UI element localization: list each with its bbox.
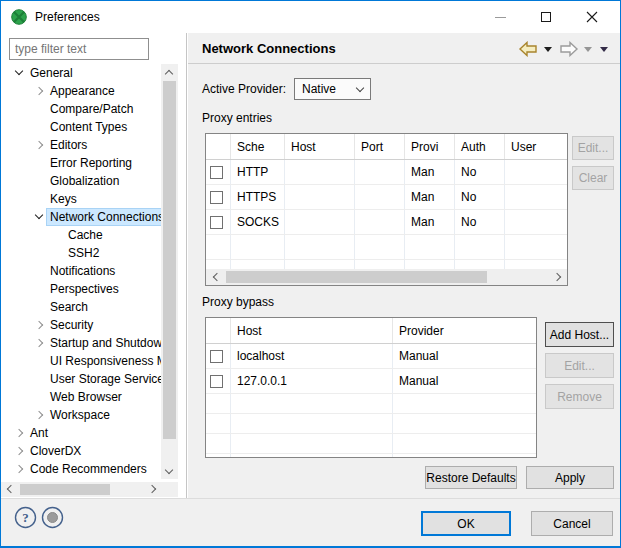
tree-hscroll-thumb[interactable] — [20, 484, 110, 495]
preferences-dialog: Preferences General Appearance Compare/P… — [0, 0, 621, 548]
chevron-right-icon[interactable] — [14, 427, 27, 439]
tree-vscroll-thumb[interactable] — [163, 81, 176, 439]
add-host-button[interactable]: Add Host... — [545, 322, 614, 347]
back-arrow-icon[interactable] — [518, 41, 538, 57]
table-row-socks[interactable]: SOCKS Man No — [206, 210, 567, 235]
scroll-left-icon[interactable] — [4, 484, 14, 494]
checkbox[interactable] — [210, 191, 223, 204]
sidebar-item-security[interactable]: Security — [1, 316, 161, 334]
sidebar-item-code-recommenders[interactable]: Code Recommenders — [1, 460, 161, 478]
column-provider: Provi — [405, 134, 455, 159]
column-host: Host — [285, 134, 355, 159]
page-header: Network Connections — [188, 33, 621, 64]
column-port: Port — [355, 134, 405, 159]
checkbox[interactable] — [210, 166, 223, 179]
sidebar-item-error-reporting[interactable]: Error Reporting — [1, 154, 161, 172]
sidebar-item-content-types[interactable]: Content Types — [1, 118, 161, 136]
sidebar-item-cloverdx[interactable]: CloverDX — [1, 442, 161, 460]
scroll-down-icon[interactable] — [164, 466, 174, 476]
scroll-right-icon[interactable] — [148, 484, 158, 494]
title-bar: Preferences — [1, 1, 620, 33]
preferences-tree: General Appearance Compare/Patch Content… — [1, 64, 161, 478]
checkbox[interactable] — [210, 375, 223, 388]
proxy-entries-hscroll-thumb[interactable] — [226, 271, 487, 283]
page-title: Network Connections — [202, 33, 336, 64]
scroll-right-icon[interactable] — [553, 272, 563, 282]
sidebar-item-compare-patch[interactable]: Compare/Patch — [1, 100, 161, 118]
proxy-entries-table: Sche Host Port Provi Auth User HTTP Man … — [205, 133, 568, 286]
chevron-right-icon[interactable] — [14, 463, 27, 475]
tree-vertical-scrollbar[interactable] — [161, 64, 178, 479]
record-icon[interactable] — [41, 506, 64, 529]
table-row-127001[interactable]: 127.0.0.1 Manual — [206, 369, 536, 394]
proxy-bypass-header: Host Provider — [206, 318, 536, 344]
sidebar-item-user-storage-service[interactable]: User Storage Service — [1, 370, 161, 388]
table-row-http[interactable]: HTTP Man No — [206, 160, 567, 185]
sidebar-item-notifications[interactable]: Notifications — [1, 262, 161, 280]
chevron-right-icon[interactable] — [34, 337, 47, 349]
table-row-localhost[interactable]: localhost Manual — [206, 344, 536, 369]
chevron-right-icon[interactable] — [14, 445, 27, 457]
proxy-entries-label: Proxy entries — [202, 111, 272, 126]
ok-button[interactable]: OK — [421, 511, 511, 536]
sidebar-item-ant[interactable]: Ant — [1, 424, 161, 442]
preferences-app-icon — [11, 9, 27, 25]
active-provider-select[interactable]: Native — [294, 78, 371, 100]
checkbox[interactable] — [210, 216, 223, 229]
sidebar-item-appearance[interactable]: Appearance — [1, 82, 161, 100]
apply-button[interactable]: Apply — [526, 466, 614, 489]
filter-input[interactable] — [9, 38, 149, 60]
chevron-right-icon[interactable] — [34, 409, 47, 421]
svg-text:?: ? — [22, 510, 29, 525]
cancel-button[interactable]: Cancel — [531, 511, 613, 536]
sidebar-item-perspectives[interactable]: Perspectives — [1, 280, 161, 298]
sidebar-item-web-browser[interactable]: Web Browser — [1, 388, 161, 406]
sidebar-item-workspace[interactable]: Workspace — [1, 406, 161, 424]
scroll-left-icon[interactable] — [210, 272, 220, 282]
view-menu-icon[interactable] — [600, 47, 608, 52]
back-menu-icon[interactable] — [544, 47, 552, 52]
sidebar-item-cache[interactable]: Cache — [1, 226, 161, 244]
table-row-empty — [206, 454, 536, 458]
sidebar-item-network-connections[interactable]: Network Connections — [1, 208, 161, 226]
column-host: Host — [231, 318, 393, 343]
network-connections-page: Network Connections Active Provider: Nat… — [188, 33, 621, 498]
chevron-right-icon[interactable] — [34, 85, 47, 97]
proxy-entries-header: Sche Host Port Provi Auth User — [206, 134, 567, 160]
column-user: User — [505, 134, 567, 159]
maximize-button[interactable] — [524, 1, 568, 33]
active-provider-label: Active Provider: — [202, 78, 286, 100]
proxy-bypass-edit-button: Edit... — [545, 353, 614, 378]
restore-defaults-button[interactable]: Restore Defaults — [425, 466, 517, 489]
help-icon[interactable]: ? — [14, 506, 37, 529]
sidebar-item-startup-and-shutdown[interactable]: Startup and Shutdown — [1, 334, 161, 352]
proxy-entries-hscrollbar[interactable] — [206, 269, 567, 285]
window-title: Preferences — [35, 1, 100, 33]
sidebar-item-editors[interactable]: Editors — [1, 136, 161, 154]
dialog-button-bar: ? OK Cancel — [1, 498, 620, 547]
minimize-button — [478, 1, 522, 33]
sidebar-item-general[interactable]: General — [1, 64, 161, 82]
column-auth: Auth — [455, 134, 505, 159]
close-icon — [586, 11, 598, 23]
sidebar-item-globalization[interactable]: Globalization — [1, 172, 161, 190]
chevron-right-icon[interactable] — [34, 319, 47, 331]
proxy-bypass-table: Host Provider localhost Manual 127.0.0.1… — [205, 317, 537, 458]
chevron-down-icon[interactable] — [14, 67, 27, 79]
active-provider-value: Native — [302, 82, 336, 96]
table-row-empty — [206, 434, 536, 454]
sidebar-item-ssh2[interactable]: SSH2 — [1, 244, 161, 262]
sidebar-item-ui-responsiveness[interactable]: UI Responsiveness Monitoring — [1, 352, 161, 370]
table-row-https[interactable]: HTTPS Man No — [206, 185, 567, 210]
chevron-right-icon[interactable] — [34, 139, 47, 151]
sidebar-item-search[interactable]: Search — [1, 298, 161, 316]
chevron-down-icon[interactable] — [34, 211, 47, 223]
tree-horizontal-scrollbar[interactable] — [1, 482, 161, 497]
close-button[interactable] — [570, 1, 614, 33]
checkbox[interactable] — [210, 350, 223, 363]
column-provider: Provider — [393, 318, 536, 343]
table-row-empty — [206, 235, 567, 260]
sidebar-item-keys[interactable]: Keys — [1, 190, 161, 208]
proxy-bypass-label: Proxy bypass — [202, 295, 274, 310]
scroll-up-icon[interactable] — [164, 67, 174, 77]
